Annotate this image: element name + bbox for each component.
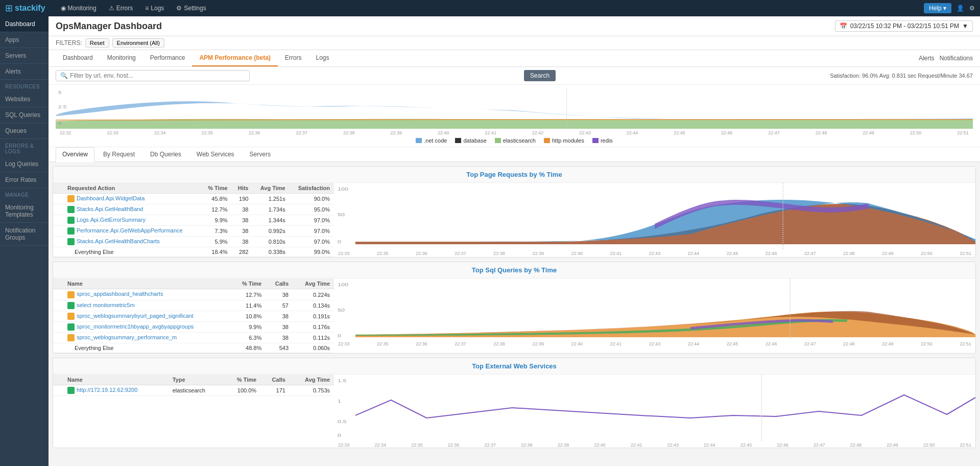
date-range-selector[interactable]: 📅 03/22/15 10:32 PM - 03/22/15 10:51 PM … [835, 20, 973, 32]
filters-bar: FILTERS: Reset Environment (All) [49, 36, 980, 50]
logo-icon: ⊞ [5, 3, 13, 14]
sidebar-item-queues[interactable]: Queues [0, 123, 49, 139]
table-row: Stacks.Api.GetHealthBandCharts 5.9% 38 0… [53, 237, 334, 247]
row-checkbox[interactable] [67, 195, 75, 202]
nav-errors[interactable]: ⚠ Errors [104, 3, 138, 14]
section-page-requests: Top Page Requests by % Time Requested Ac… [53, 166, 976, 258]
redis-legend-label: redis [601, 137, 613, 144]
pct-time-value: 100.0% [223, 385, 260, 395]
requested-action-link[interactable]: Stacks.Api.GetHealthBand [63, 204, 201, 215]
sidebar-item-websites[interactable]: Websites [0, 91, 49, 107]
tab-dashboard[interactable]: Dashboard [56, 50, 100, 66]
tab-monitoring[interactable]: Monitoring [100, 50, 143, 66]
requested-action-link[interactable]: Performance.Api.GetWebAppPerformance [63, 226, 201, 237]
top-area-chart: 5 2.5 0 [56, 88, 973, 129]
sidebar-item-apps[interactable]: Apps [0, 32, 49, 48]
sidebar-item-alerts[interactable]: Alerts [0, 64, 49, 80]
avg-time-value: 1.251s [252, 194, 289, 204]
web-services-table: Name Type % Time Calls Avg Time http://1… [53, 375, 334, 396]
sub-tabs: Overview By Request Db Queries Web Servi… [49, 147, 980, 162]
sidebar-item-notification-groups[interactable]: Notification Groups [0, 223, 49, 246]
dotnet-legend-label: .net code [424, 137, 447, 144]
sql-name-link[interactable]: sproc_weblogsummary_performance_m [63, 332, 231, 343]
sql-name-link[interactable]: select monitormetric5m [63, 300, 231, 311]
nav-monitoring[interactable]: ◉ Monitoring [56, 3, 102, 14]
section2-x-axis: 22:3322:3522:3622:3722:3822:3922:4022:41… [334, 341, 975, 346]
nav-right: Help ▾ 👤 ⚙ [924, 3, 975, 13]
sql-name-link[interactable]: sproc_monitormetric1hbyapp_avgbyappgroup… [63, 321, 231, 332]
section-sql-queries: Top Sql Queries by % Time Name % Time Ca… [53, 262, 976, 353]
row-checkbox[interactable] [67, 313, 75, 320]
service-name-link[interactable]: http://172.19.12.62:9200 [63, 385, 169, 395]
user-icon[interactable]: 👤 [957, 5, 964, 12]
satisfaction-value: 90.0% [290, 194, 334, 204]
row-checkbox[interactable] [67, 323, 75, 331]
col-pct-time: % Time [201, 183, 231, 194]
sidebar-section-resources: Resources [0, 80, 49, 91]
requested-action-link[interactable]: Dashboard.Api.WidgetData [63, 194, 201, 204]
sidebar-item-sql-queries[interactable]: SQL Queries [0, 107, 49, 123]
avg-time-value: 0.338s [252, 247, 289, 257]
search-input[interactable] [70, 72, 245, 79]
sidebar-item-error-rates[interactable]: Error Rates [0, 172, 49, 188]
search-icon: 🔍 [60, 72, 68, 79]
sql-name-link[interactable]: sproc_appdashboard_healthcharts [63, 289, 231, 300]
requested-action-link[interactable]: Logs.Api.GetErrorSummary [63, 215, 201, 226]
row-checkbox[interactable] [67, 291, 75, 298]
row-checkbox[interactable] [67, 334, 75, 341]
sidebar-item-servers[interactable]: Servers [0, 48, 49, 64]
row-checkbox[interactable] [67, 238, 75, 245]
reset-filter-button[interactable]: Reset [85, 38, 109, 48]
sub-tab-overview[interactable]: Overview [56, 147, 94, 162]
tab-errors[interactable]: Errors [278, 50, 309, 66]
sql-queries-table: Name % Time Calls Avg Time sproc_appdash… [53, 278, 334, 353]
nav-logs[interactable]: ≡ Logs [140, 3, 169, 14]
global-settings-icon[interactable]: ⚙ [969, 5, 975, 12]
alerts-link[interactable]: Alerts [919, 55, 935, 62]
pct-time-value: 12.7% [231, 289, 266, 300]
requested-action-link[interactable]: Stacks.Api.GetHealthBandCharts [63, 237, 201, 247]
table-row: sproc_weblogsummary_performance_m 6.3% 3… [53, 332, 334, 343]
chart-legend: .net code database elasticsearch http mo… [56, 137, 973, 144]
section2-table: Name % Time Calls Avg Time sproc_appdash… [53, 278, 334, 353]
help-button[interactable]: Help ▾ [924, 3, 951, 13]
row-checkbox[interactable] [67, 387, 75, 394]
sub-tab-web-services[interactable]: Web Services [190, 147, 241, 161]
environment-filter-button[interactable]: Environment (All) [112, 38, 164, 48]
section3-content: Name Type % Time Calls Avg Time http://1… [53, 375, 975, 448]
nav-settings[interactable]: ⚙ Settings [171, 3, 211, 14]
sub-tab-db-queries[interactable]: Db Queries [144, 147, 188, 161]
page-title: OpsManager Dashboard [56, 21, 162, 32]
sidebar-item-log-queries[interactable]: Log Queries [0, 156, 49, 172]
logo[interactable]: ⊞ stackify [5, 3, 45, 14]
legend-dotnet: .net code [416, 137, 447, 144]
row-checkbox[interactable] [67, 302, 75, 309]
sub-tab-by-request[interactable]: By Request [97, 147, 141, 161]
row-checkbox[interactable] [67, 217, 75, 224]
avg-time-value: 0.753s [290, 385, 334, 395]
row-checkbox[interactable] [67, 227, 75, 235]
row-checkbox[interactable] [67, 206, 75, 213]
settings-icon: ⚙ [176, 5, 182, 12]
legend-database: database [455, 137, 486, 144]
tab-logs[interactable]: Logs [309, 50, 337, 66]
tab-right-actions: Alerts Notifications [919, 50, 973, 66]
sidebar-item-monitoring-templates[interactable]: Monitoring Templates [0, 200, 49, 223]
search-button[interactable]: Search [524, 70, 556, 81]
svg-text:0: 0 [338, 333, 341, 338]
sql-name-link[interactable]: sproc_weblogsummarybyurl_paged_significa… [63, 311, 231, 321]
section2-title: Top Sql Queries by % Time [53, 262, 975, 278]
avg-time-value: 1.344s [252, 215, 289, 226]
sub-tab-servers[interactable]: Servers [243, 147, 277, 161]
svg-text:50: 50 [338, 308, 345, 313]
tab-apm-performance[interactable]: APM Performance (beta) [192, 50, 277, 66]
errors-icon: ⚠ [109, 5, 114, 12]
pct-time-value: 18.4% [201, 247, 231, 257]
notifications-link[interactable]: Notifications [940, 55, 973, 62]
tab-performance[interactable]: Performance [143, 50, 193, 66]
satisfaction-value: 97.0% [290, 226, 334, 237]
section2-content: Name % Time Calls Avg Time sproc_appdash… [53, 278, 975, 353]
col-avg-time: Avg Time [252, 183, 289, 194]
top-chart-area: 5 2.5 0 22:32 22:33 22:34 22:35 22:36 22… [49, 85, 980, 147]
sidebar-item-dashboard[interactable]: Dashboard [0, 16, 49, 32]
